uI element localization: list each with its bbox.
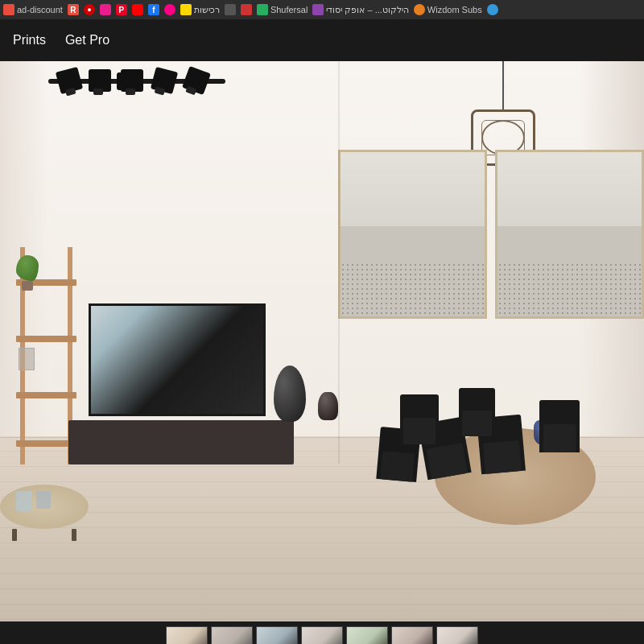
bookmark-r[interactable]: R	[68, 4, 79, 15]
bookmark-icon-y: ●	[84, 4, 95, 15]
wall-corner-line	[338, 61, 340, 464]
bookmark-icon-extra	[225, 4, 236, 15]
bookmark-icon-flickr	[164, 4, 175, 15]
artwork-panel-2	[495, 150, 644, 319]
bookmark-circle-y[interactable]: ●	[84, 4, 95, 15]
thumbnail-4[interactable]	[301, 626, 343, 644]
thumbnail-2[interactable]	[211, 626, 253, 644]
chair-5	[459, 388, 495, 436]
thumbnail-3[interactable]	[256, 626, 298, 644]
bookmark-last[interactable]	[487, 4, 498, 15]
thumbnail-5[interactable]	[346, 626, 388, 644]
thumbnail-7[interactable]	[436, 626, 478, 644]
chair-6	[400, 394, 439, 444]
beach-scene-1	[341, 152, 485, 316]
room-scene	[0, 61, 644, 621]
thumbnail-strip	[0, 621, 644, 644]
main-content	[0, 61, 644, 621]
bookmark-icon-extra2	[241, 4, 252, 15]
bookmark-label-ofek: הילקוט... – אופק יסודי	[326, 5, 408, 15]
table-item-2	[36, 491, 51, 509]
nav-get-pro[interactable]: Get Pro	[65, 33, 109, 47]
coffee-table-leg-1	[12, 529, 17, 541]
vase-body	[274, 365, 306, 422]
shelf-board-2	[16, 336, 76, 342]
shelf-decor-item	[19, 348, 35, 370]
chair-1	[539, 400, 580, 452]
bookmark-youtube[interactable]	[132, 4, 143, 15]
artwork-panel-1	[338, 150, 487, 319]
bookmark-icon-last	[487, 4, 498, 15]
track-lighting	[48, 69, 225, 93]
bookmark-heart[interactable]	[100, 4, 111, 15]
nav-bar: Prints Get Pro	[0, 19, 644, 61]
bookmark-ad-discount[interactable]: ad-discount	[3, 4, 63, 15]
thumbnail-6[interactable]	[391, 626, 433, 644]
light-fixture-4	[151, 67, 178, 94]
bookmark-pinterest[interactable]: P	[116, 4, 127, 15]
bookmark-facebook[interactable]: f	[148, 4, 159, 15]
bookmark-icon-r: R	[68, 4, 79, 15]
bookmark-label-shufersal: Shufersal	[270, 5, 308, 14]
shelf-board-3	[16, 392, 76, 398]
tv-screen	[89, 303, 266, 416]
light-fixture-1	[56, 67, 83, 94]
bookmark-icon-ofek	[312, 4, 324, 15]
shelf-board-4	[16, 440, 76, 447]
light-fixture-5	[182, 66, 211, 95]
bookmark-ofek[interactable]: הילקוט... – אופק יסודי	[312, 4, 408, 15]
bookmark-icon-heart	[100, 4, 111, 15]
table-item-1	[16, 491, 32, 511]
coffee-table-leg-2	[72, 529, 76, 541]
bookmark-rekisot[interactable]: רכישות	[180, 4, 220, 15]
beach-dots-1	[341, 262, 485, 316]
bookmark-icon-p: P	[116, 4, 127, 15]
plant-on-shelf	[16, 255, 39, 291]
bookmark-icon-rekisot	[180, 4, 192, 15]
thumbnail-1[interactable]	[166, 626, 208, 644]
light-fixture-2	[89, 69, 111, 92]
light-fixture-3	[121, 69, 143, 92]
beach-dots-2	[497, 262, 642, 316]
bookmark-label-wizdom: Wizdom Subs	[427, 5, 482, 14]
bookmark-shufersal[interactable]: Shufersal	[257, 4, 308, 15]
bookmark-flickr[interactable]	[164, 4, 175, 15]
bookmark-icon	[3, 4, 14, 15]
bookmark-wizdom[interactable]: Wizdom Subs	[414, 4, 482, 15]
bookmark-extra2[interactable]	[241, 4, 252, 15]
bookmarks-bar: ad-discount R ● P f רכישות Shufersal היל…	[0, 0, 644, 19]
bookmark-extra[interactable]	[225, 4, 236, 15]
beach-scene-2	[497, 152, 642, 316]
tv-console	[68, 420, 294, 464]
nav-prints[interactable]: Prints	[13, 33, 46, 47]
bookmark-icon-fb: f	[148, 4, 159, 15]
decorative-vase	[274, 365, 306, 422]
bookmark-icon-wizdom	[414, 4, 425, 15]
bookmark-label-rekisot: רכישות	[194, 5, 220, 15]
bookmark-icon-yt	[132, 4, 143, 15]
pendant-cord	[502, 61, 504, 109]
vase-small	[318, 392, 338, 420]
coffee-table	[0, 485, 89, 529]
bookmark-icon-shuf	[257, 4, 268, 15]
